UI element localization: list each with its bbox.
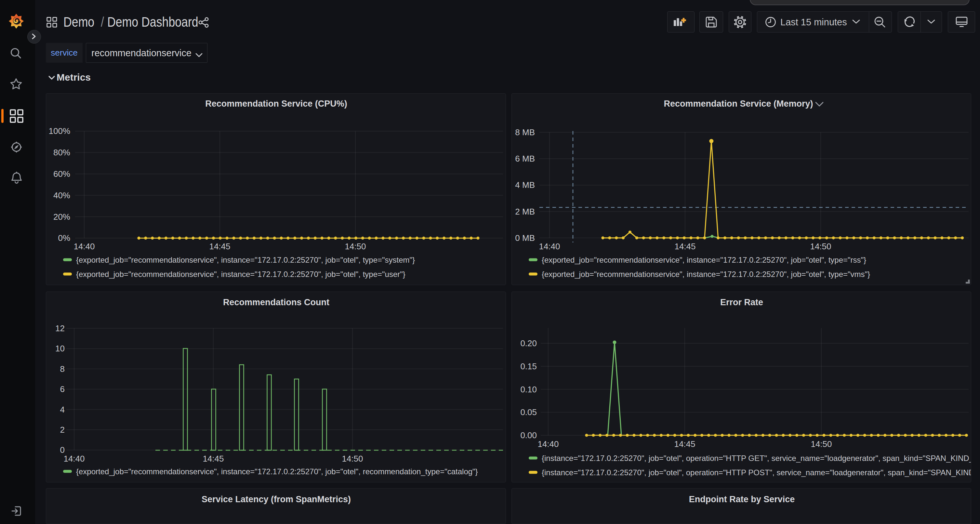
svg-text:14:50: 14:50 [342,454,363,464]
svg-text:{exported_job="recommendations: {exported_job="recommendationservice", i… [542,270,870,279]
svg-text:14:45: 14:45 [202,454,224,464]
svg-text:14:45: 14:45 [675,241,695,251]
svg-text:10: 10 [55,344,65,353]
svg-text:{exported_job="recommendations: {exported_job="recommendationservice", i… [76,270,406,279]
svg-text:{exported_job="recommendations: {exported_job="recommendationservice", i… [76,467,478,476]
svg-text:80%: 80% [53,148,70,157]
svg-text:14:40: 14:40 [538,439,558,449]
svg-text:4 MB: 4 MB [515,180,535,190]
svg-text:14:40: 14:40 [73,241,95,251]
svg-text:Endpoint Rate by Service: Endpoint Rate by Service [689,494,795,504]
svg-text:0.00: 0.00 [520,430,537,440]
svg-text:0.05: 0.05 [520,407,537,417]
svg-text:14:50: 14:50 [811,439,832,449]
svg-text:14:40: 14:40 [539,241,560,251]
svg-text:8 MB: 8 MB [515,127,535,137]
svg-text:{instance="172.17.0.2:25270",: {instance="172.17.0.2:25270", job="otel"… [542,468,971,477]
svg-text:60%: 60% [53,169,70,179]
svg-text:0.15: 0.15 [520,362,537,371]
svg-text:Recommendation Service (Memory: Recommendation Service (Memory) [663,99,813,109]
svg-text:0%: 0% [58,233,70,243]
svg-text:12: 12 [55,324,65,333]
svg-text:6 MB: 6 MB [515,154,535,164]
svg-text:0.10: 0.10 [520,384,537,394]
svg-text:20%: 20% [53,212,70,222]
svg-text:14:40: 14:40 [64,454,84,464]
svg-text:Service Latency (from SpanMetr: Service Latency (from SpanMetrics) [202,494,351,504]
svg-text:6: 6 [60,384,65,394]
svg-text:0: 0 [60,445,65,455]
svg-text:Recommendation Service (CPU%): Recommendation Service (CPU%) [205,99,347,109]
svg-text:{exported_job="recommendations: {exported_job="recommendationservice", i… [76,256,415,264]
svg-text:14:45: 14:45 [209,241,230,251]
svg-text:2 MB: 2 MB [515,207,535,216]
svg-text:0 MB: 0 MB [515,233,535,243]
svg-text:40%: 40% [53,191,70,200]
svg-text:8: 8 [60,364,65,374]
svg-text:100%: 100% [49,126,70,136]
svg-text:Recommendations Count: Recommendations Count [223,297,329,307]
svg-text:14:50: 14:50 [345,241,366,251]
svg-text:14:50: 14:50 [810,241,831,251]
svg-text:Error Rate: Error Rate [720,297,763,307]
svg-text:{exported_job="recommendations: {exported_job="recommendationservice", i… [542,256,866,264]
svg-text:2: 2 [60,425,65,435]
svg-text:14:45: 14:45 [674,439,695,449]
svg-text:4: 4 [60,405,65,414]
svg-text:{instance="172.17.0.2:25270",: {instance="172.17.0.2:25270", job="otel"… [542,454,971,462]
svg-text:0.20: 0.20 [520,338,537,348]
